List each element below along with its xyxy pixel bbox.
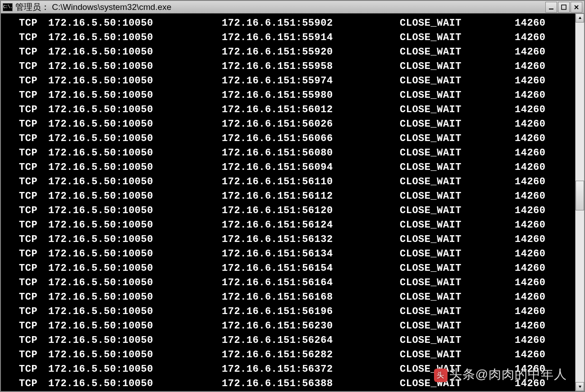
- col-state: CLOSE_WAIT: [400, 59, 515, 74]
- col-proto: TCP: [1, 218, 48, 232]
- col-pid: 14260: [515, 175, 546, 189]
- col-local: 172.16.5.50:10050: [48, 276, 222, 290]
- col-local: 172.16.5.50:10050: [48, 175, 222, 189]
- col-pid: 14260: [515, 377, 546, 391]
- col-remote: 172.16.6.151:56196: [222, 305, 400, 319]
- col-state: CLOSE_WAIT: [400, 333, 515, 348]
- netstat-row: TCP172.16.5.50:10050172.16.6.151:56264CL…: [1, 333, 575, 348]
- cmd-window: C:\. 管理员： C:\Windows\system32\cmd.exe TC…: [0, 0, 585, 392]
- col-state: CLOSE_WAIT: [400, 204, 515, 218]
- col-local: 172.16.5.50:10050: [48, 305, 222, 319]
- col-state: CLOSE_WAIT: [400, 276, 515, 290]
- col-local: 172.16.5.50:10050: [48, 189, 222, 204]
- scroll-track[interactable]: [576, 23, 584, 382]
- col-state: CLOSE_WAIT: [400, 348, 515, 362]
- col-pid: 14260: [515, 16, 546, 31]
- col-proto: TCP: [1, 319, 48, 333]
- col-proto: TCP: [1, 305, 48, 319]
- col-proto: TCP: [1, 59, 48, 74]
- client-area: TCP172.16.5.50:10050172.16.6.151:55902CL…: [1, 14, 584, 391]
- col-local: 172.16.5.50:10050: [48, 45, 222, 59]
- col-state: CLOSE_WAIT: [400, 319, 515, 333]
- col-pid: 14260: [515, 261, 546, 276]
- netstat-row: TCP172.16.5.50:10050172.16.6.151:56154CL…: [1, 261, 575, 276]
- col-pid: 14260: [515, 276, 546, 290]
- col-local: 172.16.5.50:10050: [48, 333, 222, 348]
- netstat-row: TCP172.16.5.50:10050172.16.6.151:55958CL…: [1, 59, 575, 74]
- col-remote: 172.16.6.151:56388: [222, 377, 400, 391]
- col-proto: TCP: [1, 189, 48, 204]
- col-local: 172.16.5.50:10050: [48, 232, 222, 247]
- col-pid: 14260: [515, 204, 546, 218]
- col-local: 172.16.5.50:10050: [48, 247, 222, 261]
- col-state: CLOSE_WAIT: [400, 45, 515, 59]
- col-pid: 14260: [515, 333, 546, 348]
- col-state: CLOSE_WAIT: [400, 31, 515, 45]
- netstat-row: TCP172.16.5.50:10050172.16.6.151:56164CL…: [1, 276, 575, 290]
- window-title: 管理员： C:\Windows\system32\cmd.exe: [15, 1, 545, 13]
- col-pid: 14260: [515, 45, 546, 59]
- col-remote: 172.16.6.151:56154: [222, 261, 400, 276]
- col-pid: 14260: [515, 362, 546, 377]
- col-state: CLOSE_WAIT: [400, 305, 515, 319]
- netstat-row: TCP172.16.5.50:10050172.16.6.151:56132CL…: [1, 232, 575, 247]
- netstat-row: TCP172.16.5.50:10050172.16.6.151:56196CL…: [1, 305, 575, 319]
- col-local: 172.16.5.50:10050: [48, 132, 222, 146]
- col-proto: TCP: [1, 16, 48, 31]
- col-proto: TCP: [1, 45, 48, 59]
- col-pid: 14260: [515, 348, 546, 362]
- netstat-row: TCP172.16.5.50:10050172.16.6.151:55980CL…: [1, 88, 575, 103]
- col-remote: 172.16.6.151:55920: [222, 45, 400, 59]
- scroll-thumb[interactable]: [576, 181, 584, 210]
- col-state: CLOSE_WAIT: [400, 103, 515, 117]
- col-proto: TCP: [1, 276, 48, 290]
- col-pid: 14260: [515, 247, 546, 261]
- col-proto: TCP: [1, 348, 48, 362]
- col-proto: TCP: [1, 88, 48, 103]
- netstat-row: TCP172.16.5.50:10050172.16.6.151:56124CL…: [1, 218, 575, 232]
- col-state: CLOSE_WAIT: [400, 88, 515, 103]
- col-local: 172.16.5.50:10050: [48, 218, 222, 232]
- col-proto: TCP: [1, 232, 48, 247]
- col-proto: TCP: [1, 31, 48, 45]
- col-local: 172.16.5.50:10050: [48, 74, 222, 88]
- netstat-row: TCP172.16.5.50:10050172.16.6.151:56388CL…: [1, 377, 575, 391]
- col-proto: TCP: [1, 247, 48, 261]
- scroll-up-button[interactable]: [576, 14, 584, 23]
- col-state: CLOSE_WAIT: [400, 189, 515, 204]
- col-remote: 172.16.6.151:56164: [222, 276, 400, 290]
- close-button[interactable]: [571, 2, 582, 13]
- netstat-row: TCP172.16.5.50:10050172.16.6.151:56066CL…: [1, 132, 575, 146]
- col-pid: 14260: [515, 290, 546, 305]
- window-buttons: [545, 2, 582, 13]
- netstat-row: TCP172.16.5.50:10050172.16.6.151:56080CL…: [1, 146, 575, 160]
- col-remote: 172.16.6.151:56012: [222, 103, 400, 117]
- netstat-row: TCP172.16.5.50:10050172.16.6.151:55974CL…: [1, 74, 575, 88]
- col-local: 172.16.5.50:10050: [48, 117, 222, 132]
- col-proto: TCP: [1, 362, 48, 377]
- col-remote: 172.16.6.151:56110: [222, 175, 400, 189]
- col-remote: 172.16.6.151:56372: [222, 362, 400, 377]
- col-proto: TCP: [1, 377, 48, 391]
- col-remote: 172.16.6.151:55980: [222, 88, 400, 103]
- col-remote: 172.16.6.151:56124: [222, 218, 400, 232]
- col-remote: 172.16.6.151:56112: [222, 189, 400, 204]
- col-local: 172.16.5.50:10050: [48, 377, 222, 391]
- titlebar[interactable]: C:\. 管理员： C:\Windows\system32\cmd.exe: [1, 1, 584, 14]
- col-pid: 14260: [515, 31, 546, 45]
- maximize-button[interactable]: [558, 2, 570, 13]
- netstat-row: TCP172.16.5.50:10050172.16.6.151:55902CL…: [1, 16, 575, 31]
- col-remote: 172.16.6.151:55958: [222, 59, 400, 74]
- col-remote: 172.16.6.151:55902: [222, 16, 400, 31]
- col-pid: 14260: [515, 160, 546, 175]
- console-output[interactable]: TCP172.16.5.50:10050172.16.6.151:55902CL…: [1, 14, 575, 391]
- minimize-button[interactable]: [545, 2, 557, 13]
- col-local: 172.16.5.50:10050: [48, 204, 222, 218]
- col-proto: TCP: [1, 146, 48, 160]
- col-remote: 172.16.6.151:55914: [222, 31, 400, 45]
- col-local: 172.16.5.50:10050: [48, 31, 222, 45]
- scroll-down-button[interactable]: [576, 382, 584, 391]
- netstat-row: TCP172.16.5.50:10050172.16.6.151:56134CL…: [1, 247, 575, 261]
- netstat-row: TCP172.16.5.50:10050172.16.6.151:56094CL…: [1, 160, 575, 175]
- vertical-scrollbar[interactable]: [575, 14, 584, 391]
